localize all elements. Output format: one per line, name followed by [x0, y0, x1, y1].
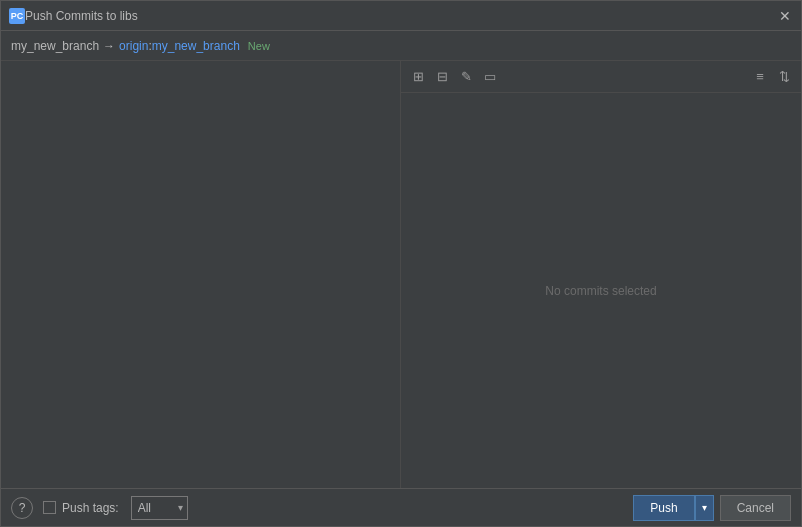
push-button-group: Push ▾: [633, 495, 713, 521]
expand-button[interactable]: ⊞: [407, 66, 429, 88]
grid-icon: ⊟: [437, 69, 448, 84]
detail-toolbar: ⊞ ⊟ ✎ ▭ ≡ ⇅: [401, 61, 801, 93]
target-branch-link[interactable]: my_new_branch: [152, 39, 240, 53]
branch-arrow: →: [103, 39, 115, 53]
image-button[interactable]: ▭: [479, 66, 501, 88]
footer-actions: Push ▾ Cancel: [633, 495, 791, 521]
main-content: ⊞ ⊟ ✎ ▭ ≡ ⇅: [1, 61, 801, 488]
dialog-title: Push Commits to libs: [25, 9, 777, 23]
expand-icon: ⊞: [413, 69, 424, 84]
empty-state-text: No commits selected: [545, 284, 656, 298]
commit-detail-panel: ⊞ ⊟ ✎ ▭ ≡ ⇅: [401, 61, 801, 488]
cancel-button[interactable]: Cancel: [720, 495, 791, 521]
push-dropdown-button[interactable]: ▾: [695, 495, 714, 521]
grid-button[interactable]: ⊟: [431, 66, 453, 88]
help-icon: ?: [19, 501, 26, 515]
push-commits-dialog: PC Push Commits to libs ✕ my_new_branch …: [0, 0, 802, 527]
image-icon: ▭: [484, 69, 496, 84]
new-badge: New: [248, 40, 270, 52]
app-icon: PC: [9, 8, 25, 24]
close-button[interactable]: ✕: [777, 8, 793, 24]
sort-lines-button[interactable]: ≡: [749, 66, 771, 88]
title-bar: PC Push Commits to libs ✕: [1, 1, 801, 31]
sort-lines-icon: ≡: [756, 69, 764, 84]
commit-list-panel: [1, 61, 401, 488]
help-button[interactable]: ?: [11, 497, 33, 519]
edit-icon: ✎: [461, 69, 472, 84]
sort-button[interactable]: ⇅: [773, 66, 795, 88]
push-tags-checkbox[interactable]: [43, 501, 56, 514]
push-dropdown-arrow-icon: ▾: [702, 502, 707, 513]
remote-link[interactable]: origin: [119, 39, 148, 53]
branch-bar: my_new_branch → origin : my_new_branch N…: [1, 31, 801, 61]
sort-icon: ⇅: [779, 69, 790, 84]
empty-state: No commits selected: [401, 93, 801, 488]
edit-button[interactable]: ✎: [455, 66, 477, 88]
push-tags-dropdown-wrapper: All None ▾: [131, 496, 188, 520]
source-branch: my_new_branch: [11, 39, 99, 53]
push-tags-label: Push tags:: [62, 501, 119, 515]
toolbar-right-group: ≡ ⇅: [749, 66, 795, 88]
push-button[interactable]: Push: [633, 495, 694, 521]
push-tags-group: Push tags: All None ▾: [43, 496, 188, 520]
footer: ? Push tags: All None ▾ Push ▾ Cancel: [1, 488, 801, 526]
push-tags-dropdown[interactable]: All None: [131, 496, 188, 520]
